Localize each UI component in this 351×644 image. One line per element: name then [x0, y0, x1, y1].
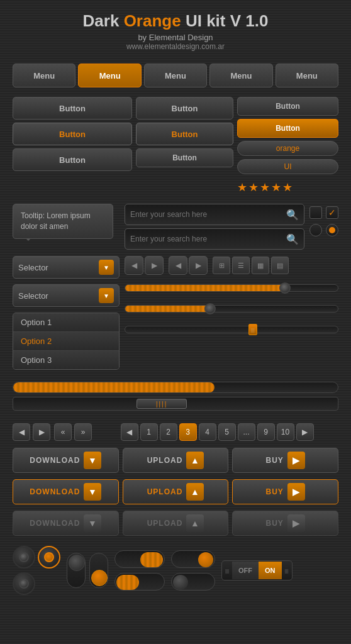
nav-tab-3[interactable]: Menu — [144, 64, 207, 87]
button-3-1[interactable]: Button — [237, 97, 338, 116]
nav-tab-1[interactable]: Menu — [13, 64, 75, 87]
skip-back[interactable]: « — [54, 423, 72, 441]
page-10[interactable]: 10 — [277, 423, 294, 441]
checkbox-row: ✓ — [309, 206, 338, 219]
indicator-toggle-1[interactable] — [171, 550, 215, 568]
selector-1-arrow[interactable]: ▼ — [99, 260, 114, 275]
circ-btn-1[interactable] — [13, 546, 35, 569]
radio-checked[interactable] — [326, 224, 338, 236]
view-columns[interactable]: ▦ — [252, 257, 269, 274]
page-3[interactable]: 3 — [179, 423, 197, 441]
star-3: ★ — [260, 180, 270, 194]
page-next-arrow[interactable]: ▶ — [296, 423, 314, 441]
download-btn-1[interactable]: DOWNLOAD ▼ — [13, 448, 119, 473]
page-prev-arrow[interactable]: ◀ — [121, 423, 138, 441]
media-prev-2[interactable]: ◀ — [169, 256, 187, 275]
horiz-toggle-1[interactable] — [114, 550, 165, 568]
vert-thumb-1 — [69, 555, 85, 571]
star-5: ★ — [282, 180, 292, 194]
slider-2[interactable] — [125, 305, 338, 313]
download-arrow-1[interactable]: ▼ — [84, 452, 101, 469]
buy-arrow-3[interactable]: ▶ — [287, 514, 305, 532]
button-1-2[interactable]: Button — [13, 123, 132, 145]
onoff-right-deco: ||| — [282, 561, 292, 580]
radio-unchecked[interactable] — [309, 224, 322, 236]
media-prev-1[interactable]: ◀ — [125, 256, 143, 275]
upload-btn-1[interactable]: UPLOAD ▲ — [123, 448, 229, 473]
upload-arrow-3[interactable]: ▲ — [186, 514, 204, 532]
action-row-1: DOWNLOAD ▼ UPLOAD ▲ BUY ▶ — [0, 444, 351, 473]
nav-tab-5[interactable]: Menu — [276, 64, 338, 87]
slider-3-thumb[interactable]: ||| — [248, 324, 257, 335]
selector-2-label: Selector — [18, 291, 95, 301]
buy-btn-3[interactable]: BUY ▶ — [232, 511, 338, 536]
search-icon-1[interactable]: 🔍 — [286, 209, 299, 221]
button-1-3[interactable]: Button — [13, 148, 132, 171]
vert-thumb-2 — [91, 570, 108, 586]
slider-2-thumb[interactable] — [204, 303, 216, 314]
upload-btn-2[interactable]: UPLOAD ▲ — [123, 479, 229, 504]
media-next-2[interactable]: ▶ — [189, 256, 208, 275]
vert-toggle-2[interactable] — [89, 553, 108, 588]
download-btn-2[interactable]: DOWNLOAD ▼ — [13, 479, 119, 504]
horiz-toggle-2[interactable] — [114, 573, 165, 591]
page-9[interactable]: 9 — [257, 423, 275, 441]
page-1[interactable]: 1 — [140, 423, 158, 441]
button-1-1[interactable]: Button — [13, 97, 132, 119]
button-2-2[interactable]: Button — [136, 123, 233, 145]
upload-btn-3[interactable]: UPLOAD ▲ — [123, 511, 229, 536]
page-4[interactable]: 4 — [199, 423, 216, 441]
search-icon-2[interactable]: 🔍 — [286, 233, 299, 245]
buy-arrow-1[interactable]: ▶ — [287, 452, 305, 469]
play-prev[interactable]: ◀ — [13, 423, 30, 441]
search-input-2[interactable] — [130, 235, 286, 243]
buy-btn-2[interactable]: BUY ▶ — [232, 479, 338, 504]
nav-tab-4[interactable]: Menu — [209, 64, 272, 87]
pill-ui[interactable]: UI — [237, 159, 338, 174]
download-arrow-3[interactable]: ▼ — [84, 514, 101, 532]
page-2[interactable]: 2 — [160, 423, 177, 441]
buy-arrow-2[interactable]: ▶ — [287, 483, 305, 501]
circ-btn-3[interactable] — [13, 572, 35, 595]
scrollbar[interactable]: |||| — [13, 397, 338, 411]
upload-arrow-1[interactable]: ▲ — [186, 452, 204, 469]
view-tiles[interactable]: ▤ — [271, 257, 289, 274]
play-next[interactable]: ▶ — [33, 423, 50, 441]
button-2-1[interactable]: Button — [136, 97, 233, 119]
nav-tab-2[interactable]: Menu — [78, 64, 141, 87]
page-5[interactable]: 5 — [218, 423, 236, 441]
slider-1-thumb[interactable] — [279, 282, 291, 294]
onoff-on-btn[interactable]: ON — [259, 562, 282, 579]
pill-orange[interactable]: orange — [237, 141, 338, 156]
download-arrow-2[interactable]: ▼ — [84, 483, 101, 501]
search-input-1[interactable] — [130, 210, 286, 219]
vert-toggle-1[interactable] — [67, 553, 86, 588]
checkbox-checked[interactable]: ✓ — [326, 206, 338, 219]
view-list[interactable]: ☰ — [232, 257, 250, 274]
buy-btn-1[interactable]: BUY ▶ — [232, 448, 338, 473]
buy-label-2: BUY — [266, 487, 284, 496]
upload-arrow-2[interactable]: ▲ — [186, 483, 204, 501]
checkbox-unchecked[interactable] — [309, 206, 322, 219]
slider-1[interactable] — [125, 284, 338, 292]
selector-2-arrow[interactable]: ▼ — [99, 288, 114, 303]
skip-fwd[interactable]: » — [74, 423, 92, 441]
selector-2[interactable]: Selector ▼ — [13, 284, 120, 307]
scrollbar-handle[interactable]: |||| — [136, 399, 187, 409]
button-3-2[interactable]: Button — [237, 119, 338, 138]
option-3[interactable]: Option 3 — [13, 351, 119, 369]
download-btn-3[interactable]: DOWNLOAD ▼ — [13, 511, 119, 536]
slider-3[interactable]: ||| — [125, 326, 338, 333]
onoff-off-btn[interactable]: OFF — [232, 562, 259, 579]
indicator-toggle-2[interactable] — [171, 573, 215, 591]
view-grid[interactable]: ⊞ — [213, 257, 230, 274]
media-slider-area: ◀ ▶ ◀ ▶ ⊞ ☰ ▦ ▤ || — [125, 256, 338, 338]
option-1[interactable]: Option 1 — [13, 313, 119, 332]
media-next-1[interactable]: ▶ — [145, 256, 164, 275]
circ-group-1 — [13, 546, 60, 595]
button-2-3[interactable]: Button — [136, 148, 233, 167]
option-2[interactable]: Option 2 — [13, 332, 119, 351]
selector-1[interactable]: Selector ▼ — [13, 256, 120, 279]
circ-btn-2[interactable] — [38, 546, 60, 569]
circ-inner-2 — [44, 552, 54, 562]
